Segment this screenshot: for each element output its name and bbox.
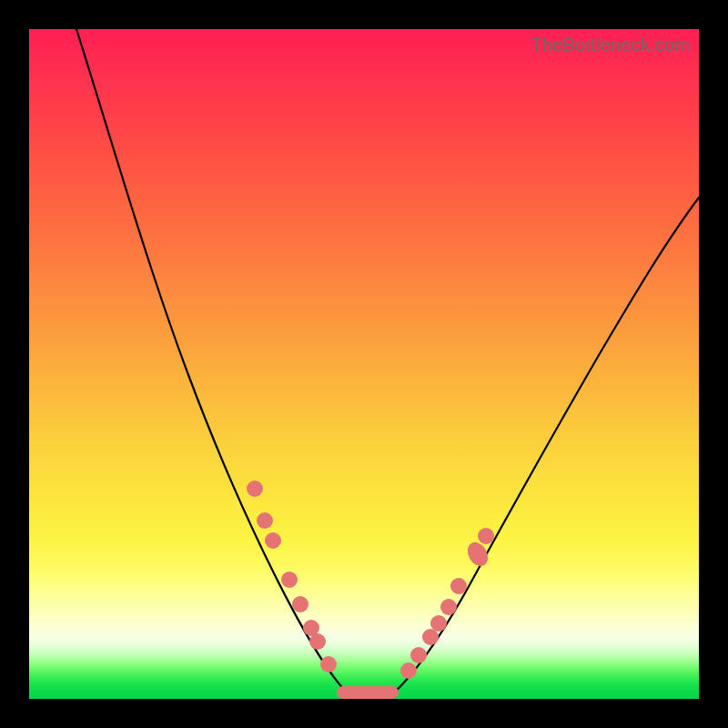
marker-dot (257, 512, 273, 529)
marker-dot (478, 528, 494, 544)
marker-dot (450, 578, 467, 594)
chart-frame: TheBottleneck.com (0, 0, 728, 728)
curve-left (76, 29, 348, 693)
chart-svg (29, 29, 699, 699)
marker-dot (309, 633, 326, 650)
marker-dot (440, 599, 457, 615)
marker-dot (410, 647, 427, 663)
marker-dot (430, 615, 447, 632)
marker-dot (320, 656, 337, 672)
marker-dot (281, 571, 298, 588)
marker-dot (265, 532, 281, 549)
plot-area: TheBottleneck.com (29, 29, 699, 699)
marker-dot (247, 480, 263, 497)
valley-floor-marker (337, 686, 399, 699)
marker-dot (422, 629, 439, 645)
marker-dot (292, 596, 308, 612)
marker-dot (400, 662, 417, 679)
